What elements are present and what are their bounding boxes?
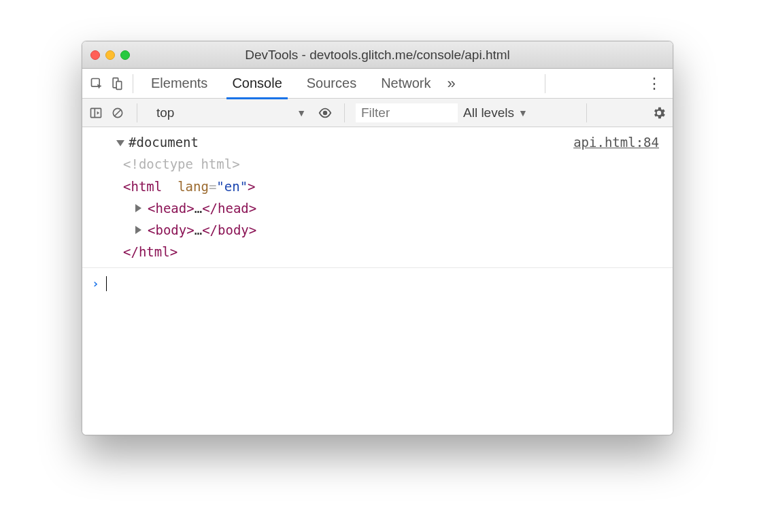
zoom-window-button[interactable]	[120, 50, 130, 60]
tag-name-close: head	[218, 197, 249, 219]
tab-label: Elements	[151, 76, 207, 91]
text-cursor	[106, 276, 107, 291]
console-prompt[interactable]: ›	[82, 268, 673, 300]
attr-name: lang	[178, 179, 209, 194]
html-close-row[interactable]: </html>	[96, 241, 663, 263]
tab-label: Network	[381, 76, 431, 91]
tab-label: Sources	[307, 76, 356, 91]
tag-name-close: body	[218, 219, 249, 241]
divider	[545, 74, 545, 93]
live-expression-icon[interactable]	[317, 105, 333, 121]
svg-line-7	[114, 110, 121, 116]
tab-network[interactable]: Network	[369, 69, 443, 99]
attr-value: "en"	[216, 179, 248, 194]
log-levels-selector[interactable]: All levels ▼	[463, 105, 528, 120]
svg-rect-2	[116, 81, 122, 89]
disclosure-triangle-closed-icon[interactable]	[135, 204, 141, 212]
context-selector[interactable]: top ▼	[148, 103, 311, 123]
window-title: DevTools - devtools.glitch.me/console/ap…	[82, 48, 673, 63]
tab-elements[interactable]: Elements	[139, 69, 220, 99]
close-window-button[interactable]	[90, 50, 100, 60]
disclosure-triangle-closed-icon[interactable]	[135, 226, 141, 234]
angle-open: <	[123, 179, 131, 194]
divider	[137, 103, 137, 122]
title-bar: DevTools - devtools.glitch.me/console/ap…	[82, 41, 673, 69]
console-toolbar: top ▼ All levels ▼	[82, 99, 673, 127]
tag-name: html	[131, 179, 162, 194]
chevron-down-icon: ▼	[297, 107, 306, 118]
chevron-down-icon: ▼	[518, 107, 528, 118]
divider	[586, 103, 587, 122]
device-toolbar-icon[interactable]	[107, 77, 127, 90]
ellipsis: …	[195, 197, 202, 219]
divider	[133, 74, 133, 93]
doctype-row[interactable]: <!doctype html>	[96, 153, 663, 175]
console-message: api.html:84 #document <!doctype html> <h…	[82, 127, 673, 268]
html-open-row[interactable]: <html lang="en">	[96, 176, 663, 197]
head-row[interactable]: <head>…</head>	[96, 197, 663, 219]
tab-sources[interactable]: Sources	[294, 69, 369, 99]
more-tabs-icon[interactable]: »	[448, 75, 456, 93]
ellipsis: …	[195, 219, 202, 241]
levels-label: All levels	[463, 105, 514, 120]
disclosure-triangle-open-icon[interactable]	[116, 140, 124, 146]
svg-point-8	[323, 110, 327, 114]
traffic-lights	[90, 50, 130, 60]
body-row[interactable]: <body>…</body>	[96, 219, 663, 241]
toggle-console-sidebar-icon[interactable]	[88, 105, 104, 121]
document-node-label: #document	[129, 131, 199, 153]
angle-close: >	[248, 179, 255, 194]
tab-label: Console	[232, 76, 282, 91]
clear-console-icon[interactable]	[109, 105, 126, 121]
tag-name: body	[155, 219, 186, 241]
filter-input[interactable]	[356, 103, 458, 122]
minimize-window-button[interactable]	[105, 50, 115, 60]
divider	[344, 103, 345, 122]
context-label: top	[156, 105, 174, 120]
panel-tabs: Elements Console Sources Network » ⋮	[82, 69, 673, 99]
tag-name: html	[139, 244, 170, 259]
svg-marker-5	[97, 111, 99, 114]
devtools-window: DevTools - devtools.glitch.me/console/ap…	[82, 41, 673, 435]
console-settings-icon[interactable]	[651, 105, 667, 121]
doctype-text: <!doctype html>	[123, 156, 240, 171]
source-link[interactable]: api.html:84	[573, 131, 659, 153]
kebab-menu-icon[interactable]: ⋮	[640, 75, 669, 93]
console-output: api.html:84 #document <!doctype html> <h…	[82, 127, 673, 435]
svg-rect-3	[91, 108, 101, 117]
tag-name: head	[155, 197, 186, 219]
attr-eq: =	[209, 179, 216, 194]
inspect-element-icon[interactable]	[86, 77, 107, 90]
prompt-chevron-icon: ›	[92, 273, 99, 295]
tab-console[interactable]: Console	[220, 69, 294, 99]
